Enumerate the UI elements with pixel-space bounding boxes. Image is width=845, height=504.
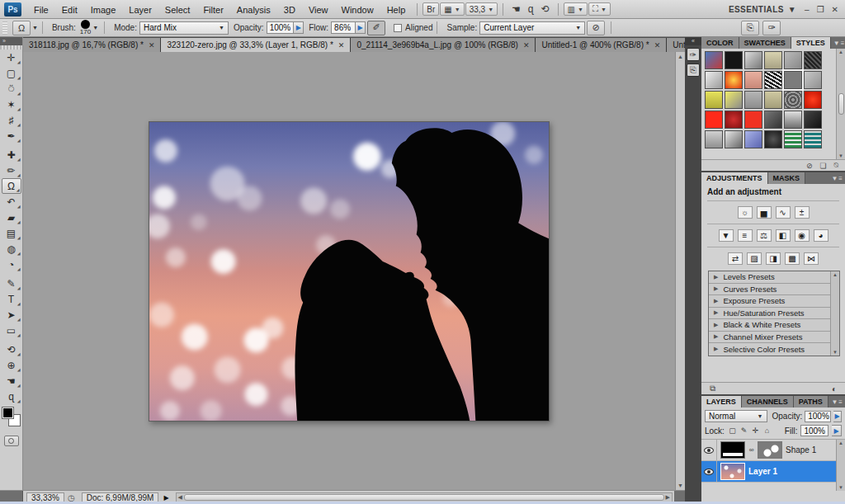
panel-tab-masks[interactable]: MASKS	[768, 172, 806, 184]
style-swatch[interactable]	[744, 91, 762, 109]
rectangle-tool[interactable]: ▭◢	[2, 323, 21, 338]
scroll-down-icon[interactable]: ▼	[838, 153, 843, 158]
quick-mask-button[interactable]	[4, 436, 19, 446]
document-tab[interactable]: 323120-zero.jpg @ 33,3% (Layer 1, RGB/8)…	[161, 38, 351, 52]
style-swatch[interactable]	[725, 111, 743, 129]
vibrance-icon[interactable]: ▼	[719, 229, 734, 242]
clone-source-panel-icon[interactable]: ⎘	[687, 64, 700, 77]
hand-tool-icon[interactable]: ☚	[508, 3, 524, 15]
preset-group[interactable]: ▶Hue/Saturation Presets	[709, 308, 830, 320]
photo-filter-icon[interactable]: ◉	[795, 229, 810, 242]
sample-dropdown[interactable]: Current Layer▼	[479, 21, 585, 35]
eraser-tool[interactable]: ▰◢	[2, 210, 21, 225]
layer-row[interactable]: ∞Shape 1	[701, 440, 836, 461]
zoom-level-dropdown[interactable]: 33,3▼	[465, 2, 498, 16]
style-swatch[interactable]	[784, 111, 802, 129]
style-swatch[interactable]	[764, 130, 782, 148]
3d-rotate-tool[interactable]: ⟲◢	[2, 341, 21, 357]
move-tool[interactable]: ✛◢	[2, 49, 21, 65]
menu-edit[interactable]: Edit	[55, 0, 84, 19]
style-swatch[interactable]	[784, 71, 802, 89]
style-swatch[interactable]	[705, 111, 723, 129]
style-swatch[interactable]	[764, 71, 782, 89]
gradient-map-icon[interactable]: ▩	[785, 252, 800, 265]
style-swatch[interactable]	[725, 130, 743, 148]
style-swatch[interactable]	[804, 51, 822, 69]
3d-orbit-tool[interactable]: ⊕◢	[2, 357, 21, 373]
style-swatch[interactable]	[784, 130, 802, 148]
toolbox-collapse-button[interactable]: »	[0, 37, 22, 45]
status-flyout-button[interactable]: ▶	[163, 494, 168, 502]
styles-scrollbar[interactable]: ▲▼	[836, 49, 845, 159]
disclosure-triangle-icon[interactable]: ▶	[714, 309, 718, 316]
scroll-thumb[interactable]	[838, 93, 844, 115]
tab-close-icon[interactable]: ✕	[149, 41, 155, 49]
expanded-view-icon[interactable]: ⧉	[710, 384, 715, 393]
menu-layer[interactable]: Layer	[122, 0, 158, 19]
toggle-clone-source-panel-button[interactable]: ⎘	[741, 21, 759, 35]
hue-saturation-icon[interactable]: ≡	[738, 229, 753, 242]
scroll-down-icon[interactable]: ▼	[838, 485, 843, 490]
preset-group[interactable]: ▶Exposure Presets	[709, 295, 830, 308]
brush-panel-icon[interactable]: ✑	[687, 48, 700, 61]
menu-analysis[interactable]: Analysis	[230, 0, 277, 19]
close-button[interactable]: ✕	[832, 5, 838, 14]
disclosure-triangle-icon[interactable]: ▶	[714, 274, 718, 280]
delete-style-icon[interactable]: ⍉	[834, 161, 838, 170]
menu-image[interactable]: Image	[84, 0, 123, 19]
airbrush-toggle[interactable]: ✐	[367, 21, 385, 35]
opacity-slider-button[interactable]: ▶	[833, 411, 842, 422]
curves-icon[interactable]: ∿	[776, 206, 791, 219]
style-swatch[interactable]	[725, 71, 743, 89]
style-swatch[interactable]	[705, 130, 723, 148]
ignore-adjustment-layers-button[interactable]: ⊘	[587, 21, 605, 35]
scroll-up-icon[interactable]: ▲	[838, 440, 843, 445]
foreground-color-swatch[interactable]	[2, 407, 13, 418]
tab-close-icon[interactable]: ✕	[338, 41, 345, 49]
posterize-icon[interactable]: ▨	[747, 252, 762, 265]
horizontal-scroll-thumb[interactable]	[184, 494, 664, 501]
brush-preset-picker[interactable]: 170	[80, 20, 91, 35]
canvas[interactable]	[149, 121, 550, 422]
style-swatch[interactable]	[764, 51, 782, 69]
blend-mode-dropdown[interactable]: Normal▼	[705, 410, 767, 422]
style-swatch[interactable]	[725, 91, 743, 109]
flow-slider-button[interactable]: ▶	[356, 21, 366, 34]
menu-view[interactable]: View	[302, 0, 335, 19]
panel-tab-layers[interactable]: LAYERS	[701, 396, 742, 407]
hand-tool[interactable]: ☚◢	[2, 373, 21, 389]
layer-thumbnail[interactable]	[720, 441, 745, 459]
document-tab[interactable]: Untitled-1 @ 400% (RGB/8) *✕	[536, 38, 667, 52]
style-swatch[interactable]	[744, 111, 762, 129]
channel-mixer-icon[interactable]: ◕	[814, 229, 828, 242]
options-bar-grip[interactable]	[2, 21, 7, 35]
layer-thumbnail[interactable]	[720, 463, 745, 480]
gradient-tool[interactable]: ▤◢	[2, 225, 21, 241]
lock-all-icon[interactable]: ⌂	[762, 426, 772, 435]
scroll-up-icon[interactable]: ▲	[833, 272, 838, 277]
toggle-brush-panel-button[interactable]: ✑	[762, 21, 781, 35]
menu-window[interactable]: Window	[335, 0, 380, 19]
panel-tab-swatches[interactable]: SWATCHES	[739, 37, 791, 49]
scroll-right-icon[interactable]: ▶	[666, 494, 670, 501]
opacity-input[interactable]: 100%	[267, 21, 295, 34]
style-swatch[interactable]	[764, 111, 782, 129]
adobe-drive-icon[interactable]: ◷	[68, 493, 75, 502]
type-tool[interactable]: T◢	[2, 291, 21, 307]
clear-style-icon[interactable]: ⊘	[806, 162, 813, 170]
style-swatch[interactable]	[784, 51, 802, 69]
flow-input[interactable]: 86%	[331, 21, 356, 34]
restore-button[interactable]: ❐	[817, 5, 824, 14]
style-swatch[interactable]	[804, 130, 822, 148]
blur-tool[interactable]: ◍◢	[2, 241, 21, 257]
preset-group[interactable]: ▶Channel Mixer Presets	[709, 332, 830, 344]
vector-mask-thumbnail[interactable]	[758, 441, 782, 459]
crop-tool[interactable]: ♯◢	[2, 112, 21, 128]
style-swatch[interactable]	[725, 51, 743, 69]
lock-transparency-icon[interactable]: ▢	[728, 426, 737, 435]
exposure-icon[interactable]: ±	[795, 206, 810, 219]
style-swatch[interactable]	[804, 91, 822, 109]
arrange-documents-button[interactable]: ▥▼	[564, 2, 588, 16]
disclosure-triangle-icon[interactable]: ▶	[714, 322, 718, 328]
layer-opacity-input[interactable]: 100%	[805, 411, 831, 422]
